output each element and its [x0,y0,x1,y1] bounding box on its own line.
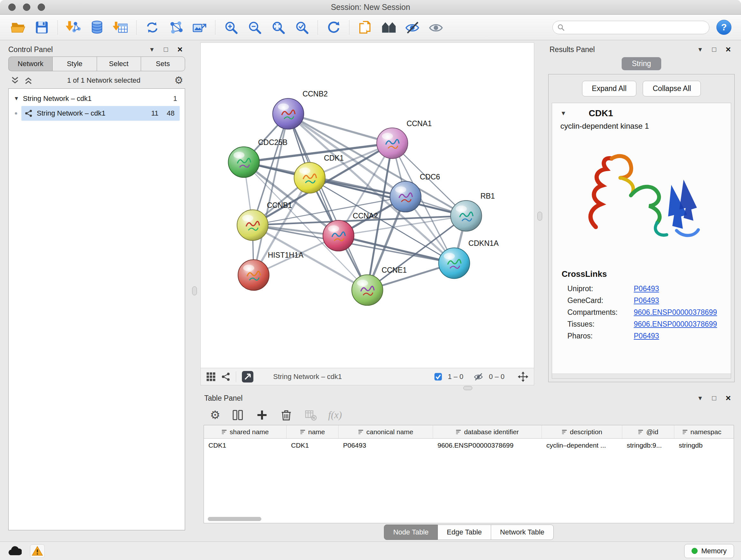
warning-button[interactable] [30,544,45,558]
column-header-database-identifier[interactable]: database identifier [433,425,542,438]
zoom-fit-button[interactable] [267,17,289,38]
cell-database-identifier: 9606.ENSP00000378699 [433,439,542,452]
birds-eye-grid-icon[interactable] [206,372,216,382]
crosslink-row: Compartments: 9606.ENSP00000378699 [552,307,731,318]
column-header-name[interactable]: name [286,425,339,438]
add-column-button[interactable] [255,408,269,422]
column-header-canonical-name[interactable]: canonical name [339,425,433,438]
tab-select[interactable]: Select [97,57,141,71]
crosslink-link[interactable]: 9606.ENSP00000378699 [634,320,717,328]
collapse-panel-icon[interactable]: ▾ [695,395,705,401]
collapse-panel-icon[interactable]: ▾ [147,46,157,53]
expand-all-chevrons-icon[interactable] [10,76,20,85]
column-header-description[interactable]: description [542,425,622,438]
table-row[interactable]: CDK1 CDK1 P06493 9606.ENSP00000378699 cy… [204,439,734,452]
results-scrollbar[interactable] [552,374,731,378]
network-edge[interactable] [288,114,367,290]
fit-content-button[interactable] [241,370,254,383]
tab-network-table[interactable]: Network Table [491,524,554,540]
close-window-icon[interactable] [8,3,16,11]
open-session-button[interactable] [7,17,29,38]
collapse-all-chevrons-icon[interactable] [23,76,33,85]
gear-icon[interactable]: ⚙ [174,75,183,85]
column-header-shared-name[interactable]: shared name [204,425,286,438]
node-label: CCNA2 [353,212,378,220]
string-tab[interactable]: String [622,57,661,70]
zoom-out-button[interactable] [244,17,266,38]
help-button[interactable]: ? [717,20,731,35]
import-network-file-button[interactable] [62,17,84,38]
splitter-handle[interactable] [192,287,197,295]
network-canvas[interactable]: CCNB2CCNA1CDC25BCDK1CDC6RB1CCNB1CCNA2CDK… [201,43,534,368]
left-splitter[interactable] [189,41,200,541]
search-input[interactable] [567,23,704,32]
first-neighbors-button[interactable] [378,17,400,38]
tab-sets[interactable]: Sets [141,57,185,71]
column-icon [300,429,306,435]
table-settings-button[interactable]: ⚙ [210,409,220,421]
crosslink-link[interactable]: P06493 [634,332,659,340]
import-network-icon [66,20,81,35]
zoom-window-icon[interactable] [38,3,45,11]
float-panel-icon[interactable]: □ [161,46,171,53]
splitter-handle[interactable] [537,212,542,221]
expand-all-button[interactable]: Expand All [582,81,636,97]
sphere-highlight [233,152,245,159]
memory-button[interactable]: Memory [684,544,734,558]
zoom-in-button[interactable] [220,17,242,38]
delete-table-button[interactable] [304,408,317,422]
close-panel-icon[interactable]: × [175,45,185,54]
tab-node-table[interactable]: Node Table [384,524,438,540]
float-panel-icon[interactable]: □ [709,395,719,401]
float-panel-icon[interactable]: □ [709,46,719,53]
hor izontal-scrollbar[interactable] [208,517,261,521]
close-panel-icon[interactable]: × [723,45,733,54]
crosslink-link[interactable]: P06493 [634,285,659,293]
network-label: String Network – cdk1 [37,109,105,118]
sphere-highlight [278,104,289,110]
table-panel: Table Panel ▾ □ × ⚙ [200,391,737,541]
tab-style[interactable]: Style [52,57,96,71]
sphere-highlight [456,206,467,212]
column-label: database identifier [464,428,519,436]
hide-selected-button[interactable] [401,17,423,38]
control-panel-tabs: Network Style Select Sets [8,57,185,71]
tree-expander-icon[interactable]: ▼ [14,96,19,102]
tab-edge-table[interactable]: Edge Table [438,524,491,540]
gene-expander-icon[interactable]: ▼ [560,110,566,117]
clone-network-button[interactable] [141,17,163,38]
new-network-button[interactable] [165,17,187,38]
minimize-window-icon[interactable] [23,3,30,11]
column-header-namespace[interactable]: namespac [674,425,729,438]
network-collection-row[interactable]: ▼ String Network – cdk1 1 [9,91,185,106]
copy-document-button[interactable] [354,17,376,38]
function-builder-button[interactable]: f(x) [328,409,342,421]
crosslink-link[interactable]: 9606.ENSP00000378699 [634,308,717,317]
tab-network[interactable]: Network [8,57,52,71]
network-overview-icon[interactable] [221,372,231,381]
crosslink-link[interactable]: P06493 [634,296,659,305]
column-header-id[interactable]: @id [622,425,674,438]
zoom-selected-button[interactable] [291,17,313,38]
delete-column-button[interactable] [280,408,293,422]
import-table-file-button[interactable] [110,17,132,38]
crosslink-label: Tissues: [567,320,634,328]
collapse-all-button[interactable]: Collapse All [643,81,701,97]
show-columns-button[interactable] [231,408,245,422]
network-graph-icon [168,20,184,35]
import-network-database-button[interactable] [86,17,108,38]
close-panel-icon[interactable]: × [723,394,733,402]
show-all-button[interactable] [425,17,447,38]
pan-move-icon[interactable] [517,371,529,382]
refresh-layout-button[interactable] [322,17,345,38]
right-splitter[interactable] [534,43,546,385]
network-row[interactable]: ● String Network – cdk1 11 48 [9,106,185,121]
cloud-icon[interactable] [7,546,22,557]
splitter-handle[interactable] [463,386,472,390]
column-icon [638,429,643,435]
save-session-button[interactable] [30,17,53,38]
bottom-splitter[interactable] [200,385,737,391]
export-image-button[interactable] [188,17,211,38]
collapse-panel-icon[interactable]: ▾ [695,46,705,53]
cell-shared-name: CDK1 [204,439,286,452]
